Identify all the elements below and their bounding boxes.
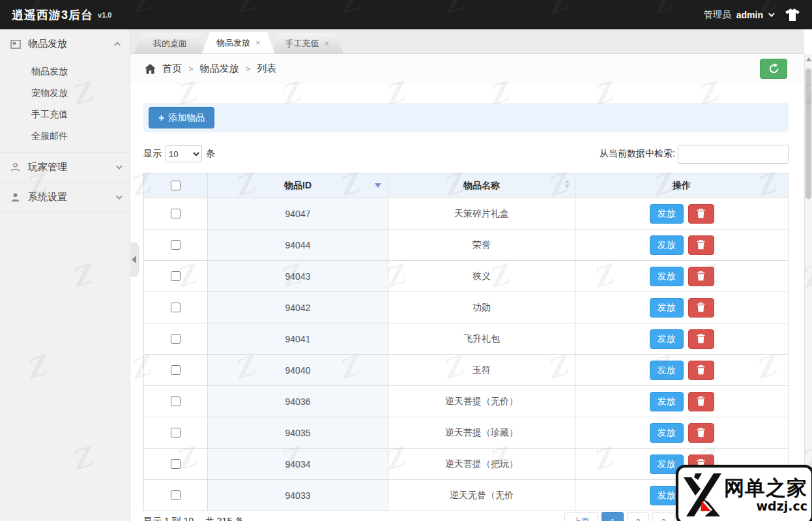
sidebar: 物品发放 物品发放 宠物发放 手工充值 全服邮件 玩家管理 系统设置 <box>0 29 130 521</box>
close-icon[interactable]: × <box>255 38 261 47</box>
row-checkbox[interactable] <box>171 396 181 406</box>
select-all-checkbox[interactable] <box>171 181 181 190</box>
tab-bar: 我的桌面 物品发放 × 手工充值 × <box>130 29 804 54</box>
table-row: 94043 狭义 发放 <box>144 261 788 292</box>
give-button[interactable]: 发放 <box>650 329 684 349</box>
sidebar-group-label: 玩家管理 <box>28 161 67 173</box>
vertical-scrollbar[interactable] <box>804 54 812 521</box>
trash-icon <box>697 396 705 406</box>
sort-both-icon <box>564 180 570 188</box>
delete-button[interactable] <box>688 298 714 318</box>
item-id-cell: 94040 <box>208 355 388 385</box>
refresh-button[interactable] <box>760 59 787 79</box>
breadcrumb-section[interactable]: 物品发放 <box>200 63 239 75</box>
wdzj-site: wdzj.cc <box>757 500 807 513</box>
give-button[interactable]: 发放 <box>650 298 684 318</box>
table-row: 94036 逆天菩提（无价） 发放 <box>144 386 788 417</box>
trash-icon <box>697 271 705 281</box>
item-name-cell: 荣誉 <box>388 230 575 260</box>
sidebar-group-system-settings[interactable]: 系统设置 <box>0 183 130 213</box>
wdzj-logo-icon <box>682 472 723 518</box>
sidebar-item-item-give[interactable]: 物品发放 <box>0 61 130 82</box>
item-name-cell: 逆天菩提（把玩） <box>388 449 575 479</box>
give-button[interactable]: 发放 <box>650 392 684 411</box>
tab-manual-recharge[interactable]: 手工充值 × <box>271 33 344 53</box>
row-checkbox[interactable] <box>171 271 181 281</box>
delete-button[interactable] <box>688 423 714 443</box>
delete-button[interactable] <box>688 267 714 286</box>
sidebar-group-player-mgmt[interactable]: 玩家管理 <box>0 153 130 183</box>
sidebar-group-label: 系统设置 <box>28 191 67 203</box>
breadcrumb-separator: > <box>246 64 251 74</box>
tab-my-desktop[interactable]: 我的桌面 <box>134 33 206 53</box>
picture-icon <box>10 40 22 49</box>
search-input[interactable] <box>678 145 789 164</box>
sidebar-collapse-handle[interactable] <box>130 243 139 276</box>
table-row: 94042 功勋 发放 <box>144 292 788 323</box>
sidebar-item-manual-recharge[interactable]: 手工充值 <box>0 104 130 125</box>
item-id-cell: 94036 <box>208 386 388 417</box>
scrollbar-thumb[interactable] <box>805 68 811 199</box>
topbar: 逍遥西游3后台 v1.0 管理员 admin <box>0 0 812 29</box>
chevron-left-icon <box>132 256 136 263</box>
trash-icon <box>697 428 705 438</box>
wdzj-watermark-badge: 网单之家 wdzj.cc <box>676 465 812 521</box>
row-checkbox[interactable] <box>171 428 181 438</box>
delete-button[interactable] <box>688 392 714 411</box>
row-checkbox[interactable] <box>171 303 181 312</box>
entries-label: 条 <box>206 148 215 160</box>
delete-button[interactable] <box>688 329 714 349</box>
tab-label: 我的桌面 <box>153 38 187 50</box>
give-button[interactable]: 发放 <box>650 361 684 380</box>
row-checkbox[interactable] <box>171 209 181 218</box>
theme-tshirt-icon[interactable] <box>785 8 800 22</box>
page-button[interactable]: 1 <box>602 512 624 521</box>
page-size-select[interactable]: 10 <box>166 145 202 162</box>
row-checkbox[interactable] <box>171 240 181 250</box>
sidebar-group-item-give[interactable]: 物品发放 <box>0 29 130 59</box>
row-checkbox[interactable] <box>171 490 181 500</box>
sidebar-item-server-mail[interactable]: 全服邮件 <box>0 125 130 147</box>
delete-button[interactable] <box>688 235 714 255</box>
delete-button[interactable] <box>688 204 714 224</box>
row-checkbox[interactable] <box>171 334 181 344</box>
give-button[interactable]: 发放 <box>650 267 684 286</box>
give-button[interactable]: 发放 <box>650 423 684 443</box>
trash-icon <box>697 334 705 344</box>
column-header-item-id[interactable]: 物品ID <box>208 173 388 198</box>
tab-item-give[interactable]: 物品发放 × <box>202 32 275 53</box>
search-label: 从当前数据中检索: <box>600 148 675 160</box>
breadcrumb-home[interactable]: 首页 <box>162 63 182 75</box>
role-label: 管理员 <box>704 9 731 21</box>
items-table: 物品ID 物品名称 操作 94047 天策碎片礼盒 发放 <box>143 173 789 511</box>
toolbar-panel: + 添加物品 <box>143 103 789 132</box>
page-button[interactable]: 上页 <box>564 512 598 521</box>
user-filled-icon <box>10 192 22 202</box>
add-item-button[interactable]: + 添加物品 <box>149 107 214 128</box>
scroll-up-arrow-icon[interactable] <box>806 57 811 61</box>
sidebar-submenu: 物品发放 宠物发放 手工充值 全服邮件 <box>0 59 130 153</box>
close-icon[interactable]: × <box>325 39 330 48</box>
table-header-row: 物品ID 物品名称 操作 <box>144 173 788 198</box>
delete-button[interactable] <box>688 361 714 380</box>
page-button[interactable]: 3 <box>652 512 674 521</box>
item-id-cell: 94044 <box>208 230 388 260</box>
admin-menu[interactable]: 管理员 admin <box>704 9 773 21</box>
item-id-cell: 94042 <box>208 292 388 323</box>
row-checkbox[interactable] <box>171 365 181 375</box>
trash-icon <box>697 209 705 218</box>
column-header-item-name[interactable]: 物品名称 <box>388 173 575 198</box>
breadcrumb-bar: 首页 > 物品发放 > 列表 <box>130 54 804 83</box>
tab-label: 手工充值 <box>285 38 319 50</box>
row-checkbox[interactable] <box>171 459 181 469</box>
trash-icon <box>697 303 705 312</box>
table-controls: 显示 10 条 从当前数据中检索: <box>143 144 789 164</box>
sidebar-item-pet-give[interactable]: 宠物发放 <box>0 82 130 104</box>
chevron-down-icon <box>116 193 123 200</box>
chevron-down-icon <box>768 10 775 17</box>
column-label: 物品ID <box>284 180 312 192</box>
give-button[interactable]: 发放 <box>650 235 684 255</box>
page-button[interactable]: 2 <box>627 512 649 521</box>
item-name-cell: 玉符 <box>388 355 575 385</box>
give-button[interactable]: 发放 <box>650 204 684 224</box>
